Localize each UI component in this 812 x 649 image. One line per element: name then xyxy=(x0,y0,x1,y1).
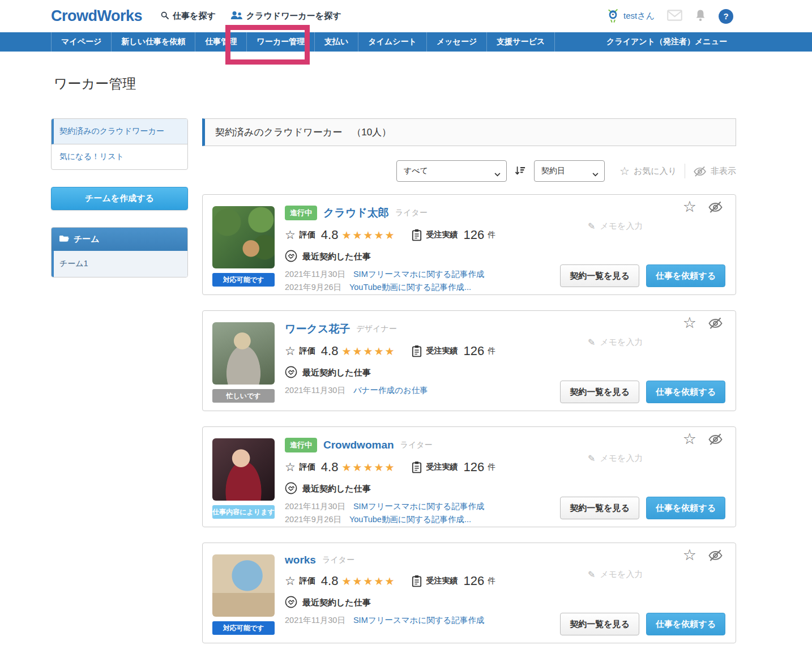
nav-worker-management[interactable]: ワーカー管理 xyxy=(247,32,315,52)
job-link[interactable]: YouTube動画に関する記事作成... xyxy=(349,282,471,293)
worker-role: デザイナー xyxy=(356,324,396,334)
orders-label: 受注実績 xyxy=(426,346,458,356)
eye-slash-icon xyxy=(693,165,707,177)
memo-input[interactable]: ✎ メモを入力 xyxy=(588,221,643,232)
username-label: testさん xyxy=(623,11,655,22)
request-job-button[interactable]: 仕事を依頼する xyxy=(646,613,725,635)
nav-job-management[interactable]: 仕事管理 xyxy=(195,32,247,52)
orders-unit: 件 xyxy=(488,230,495,240)
orders-value: 126 xyxy=(464,344,485,358)
rating-value: 4.8 xyxy=(321,574,339,588)
worker-avatar[interactable] xyxy=(212,206,275,268)
favorite-star-icon[interactable]: ☆ xyxy=(683,315,696,331)
worker-name-link[interactable]: works xyxy=(285,554,316,566)
favorite-filter-toggle[interactable]: ☆ お気に入り xyxy=(619,164,677,178)
view-contracts-button[interactable]: 契約一覧を見る xyxy=(560,497,639,519)
find-workers-label: クラウドワーカーを探す xyxy=(246,11,341,22)
notifications-bell-icon[interactable] xyxy=(695,9,706,24)
job-link[interactable]: SIMフリースマホに関する記事作成 xyxy=(353,615,485,626)
request-job-button[interactable]: 仕事を依頼する xyxy=(646,497,725,519)
worker-name-link[interactable]: ワークス花子 xyxy=(285,322,350,336)
rating-value: 4.8 xyxy=(321,460,339,475)
worker-name-link[interactable]: Crowdwoman xyxy=(323,439,394,451)
worker-card: 対応可能です 進行中 クラウド太郎 ライター ☆ 評価 4.8 ★★★★★ 受注… xyxy=(202,194,736,295)
hidden-filter-toggle[interactable]: 非表示 xyxy=(693,165,736,177)
job-link[interactable]: バナー作成のお仕事 xyxy=(353,385,428,396)
worker-avatar[interactable] xyxy=(212,438,275,501)
view-contracts-button[interactable]: 契約一覧を見る xyxy=(560,613,639,635)
messages-envelope-icon[interactable] xyxy=(667,10,682,23)
status-badge: 忙しいです xyxy=(212,389,275,403)
nav-support-services[interactable]: 支援サービス xyxy=(487,32,555,52)
sidebar-item-contracted-workers[interactable]: 契約済みのクラウドワーカー xyxy=(52,119,187,144)
job-row: 2021年9月26日 YouTube動画に関する記事作成... xyxy=(285,282,495,293)
orders-label: 受注実績 xyxy=(426,576,458,586)
memo-placeholder: メモを入力 xyxy=(600,337,643,348)
rating-star-icon: ☆ xyxy=(285,460,296,474)
worker-role: ライター xyxy=(395,208,428,218)
nav-new-job-request[interactable]: 新しい仕事を依頼 xyxy=(112,32,195,52)
job-link[interactable]: YouTube動画に関する記事作成... xyxy=(349,514,471,525)
worker-photo-area: 忙しいです xyxy=(212,322,275,403)
favorite-star-icon[interactable]: ☆ xyxy=(683,199,696,215)
help-icon[interactable]: ? xyxy=(719,9,733,24)
job-link[interactable]: SIMフリースマホに関する記事作成 xyxy=(353,269,485,280)
sidebar-item-watch-list[interactable]: 気になる！リスト xyxy=(52,144,187,169)
request-job-button[interactable]: 仕事を依頼する xyxy=(646,381,725,403)
hide-worker-icon[interactable] xyxy=(708,317,723,330)
request-job-button[interactable]: 仕事を依頼する xyxy=(646,264,725,287)
worker-role: ライター xyxy=(400,440,433,450)
view-contracts-button[interactable]: 契約一覧を見る xyxy=(560,264,639,287)
worker-info: 進行中 クラウド太郎 ライター ☆ 評価 4.8 ★★★★★ 受注実績 126 … xyxy=(285,206,495,293)
worker-name-link[interactable]: クラウド太郎 xyxy=(323,206,389,220)
find-jobs-link[interactable]: 仕事を探す xyxy=(160,11,216,22)
crowdworks-logo[interactable]: CrowdWorks xyxy=(51,7,142,25)
sidebar: 契約済みのクラウドワーカー 気になる！リスト チームを作成する チーム チーム1 xyxy=(51,118,188,277)
status-filter-select[interactable]: すべて xyxy=(396,160,507,182)
worker-card: 対応可能です works ライター ☆ 評価 4.8 ★★★★★ 受注実績 12… xyxy=(202,543,736,643)
memo-placeholder: メモを入力 xyxy=(600,221,643,232)
memo-input[interactable]: ✎ メモを入力 xyxy=(588,337,643,348)
favorite-star-icon[interactable]: ☆ xyxy=(683,432,696,447)
hide-worker-icon[interactable] xyxy=(708,549,723,562)
chevron-down-icon xyxy=(494,169,501,178)
view-contracts-button[interactable]: 契約一覧を見る xyxy=(560,381,639,403)
header-search-links: 仕事を探す クラウドワーカーを探す xyxy=(160,11,341,22)
job-row: 2021年11月30日 SIMフリースマホに関する記事作成 xyxy=(285,501,495,512)
job-link[interactable]: SIMフリースマホに関する記事作成 xyxy=(353,501,485,512)
orders-unit: 件 xyxy=(488,462,495,472)
pencil-icon: ✎ xyxy=(588,453,595,464)
recent-jobs-label: 最近契約した仕事 xyxy=(302,484,371,494)
nav-messages[interactable]: メッセージ xyxy=(427,32,487,52)
clipboard-icon xyxy=(412,575,422,587)
nav-mypage[interactable]: マイページ xyxy=(51,32,112,52)
pencil-icon: ✎ xyxy=(588,221,595,232)
filter-row: すべて 契約日 ☆ お気に入り xyxy=(202,160,736,182)
rating-stars: ★★★★★ xyxy=(341,229,395,242)
handshake-icon xyxy=(285,482,297,496)
memo-input[interactable]: ✎ メモを入力 xyxy=(588,569,643,580)
worker-avatar[interactable] xyxy=(212,554,275,617)
sort-descending-icon[interactable] xyxy=(515,166,526,176)
favorite-filter-label: お気に入り xyxy=(634,166,677,177)
user-menu[interactable]: testさん xyxy=(607,8,655,24)
nav-timesheet[interactable]: タイムシート xyxy=(358,32,427,52)
sort-filter-select[interactable]: 契約日 xyxy=(534,160,605,182)
search-icon xyxy=(160,11,169,22)
rating-stars: ★★★★★ xyxy=(341,345,395,358)
sidebar-item-team1[interactable]: チーム1 xyxy=(52,251,187,277)
worker-card: 忙しいです ワークス花子 デザイナー ☆ 評価 4.8 ★★★★★ 受注実績 1… xyxy=(202,310,736,411)
hide-worker-icon[interactable] xyxy=(708,433,723,446)
favorite-star-icon[interactable]: ☆ xyxy=(683,548,696,563)
worker-avatar[interactable] xyxy=(212,322,275,385)
worker-photo-area: 仕事内容によります xyxy=(212,438,275,519)
orders-value: 126 xyxy=(464,460,485,475)
hide-worker-icon[interactable] xyxy=(708,200,723,214)
nav-payments[interactable]: 支払い xyxy=(315,32,358,52)
sidebar-menu: 契約済みのクラウドワーカー 気になる！リスト xyxy=(51,118,188,170)
orders-label: 受注実績 xyxy=(426,230,458,240)
create-team-button[interactable]: チームを作成する xyxy=(51,187,188,210)
find-workers-link[interactable]: クラウドワーカーを探す xyxy=(230,11,341,22)
recent-jobs-label: 最近契約した仕事 xyxy=(302,597,371,608)
memo-input[interactable]: ✎ メモを入力 xyxy=(588,453,643,464)
